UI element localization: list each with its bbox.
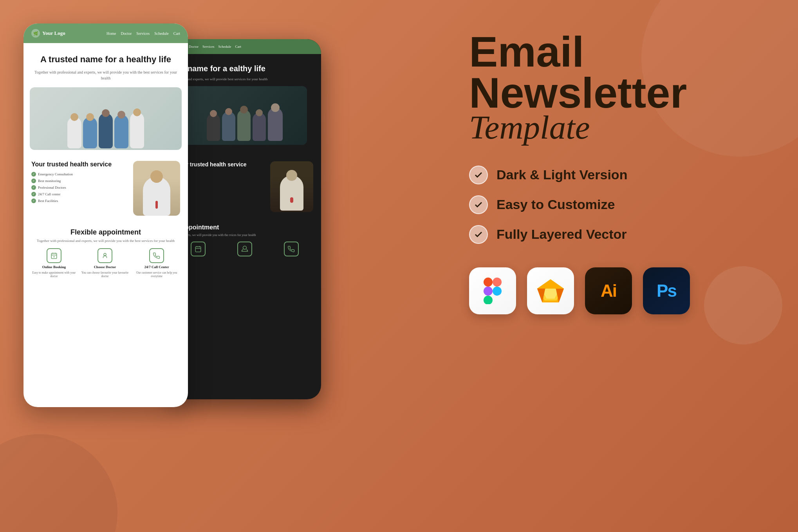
doctor-3-head <box>102 109 110 117</box>
light-trusted-title: Your trusted health service <box>31 161 128 168</box>
features-list: Dark & Light Version Easy to Customize F… <box>469 166 767 244</box>
doctor-choose-icon <box>97 248 112 263</box>
tool-figma <box>469 267 516 314</box>
check-dark-light <box>469 166 488 184</box>
feature-layered: Fully Layered Vector <box>469 225 767 244</box>
dark-nav-cart: Cart <box>235 45 242 49</box>
doctor-1-head <box>70 113 78 121</box>
light-service-booking: Online Booking Easy to make appointment … <box>31 248 77 279</box>
ps-label: Ps <box>657 281 676 301</box>
light-trusted-section: Your trusted health service ✓ Emergency … <box>23 155 188 222</box>
feature-monitoring: ✓ Best monitoring <box>31 179 128 183</box>
doctor-2 <box>83 117 97 148</box>
light-service-doctor: Choose Doctor You can choose favourite y… <box>81 248 130 279</box>
light-nav: 🌿 Your Logo Home Doctor Services Schedul… <box>23 23 188 43</box>
doctor-body <box>143 177 170 216</box>
check-facilities: ✓ <box>31 198 36 203</box>
phone-dark: Home Doctor Services Schedule Cart ed na… <box>168 39 321 399</box>
dark-doctor-portrait <box>270 161 313 212</box>
dark-appointment-section: e appointment and experts, we will provi… <box>168 218 321 262</box>
light-hero-image <box>30 87 182 150</box>
ai-label: Ai <box>601 281 616 301</box>
feature-layered-label: Fully Layered Vector <box>496 227 627 242</box>
call-desc: Our customer service can help you everyt… <box>133 271 180 279</box>
dark-nav-services: Services <box>202 45 215 49</box>
dark-trusted-text: Your trusted health service <box>176 161 265 171</box>
tool-sketch <box>527 267 574 314</box>
doctor-portrait-light <box>133 161 180 216</box>
doctor-1 <box>67 117 81 148</box>
tool-photoshop: Ps <box>643 267 690 314</box>
tool-illustrator: Ai <box>585 267 632 314</box>
logo-text: Your Logo <box>42 30 65 36</box>
light-nav-links: Home Doctor Services Schedule Cart <box>107 31 180 36</box>
dark-nav-schedule: Schedule <box>218 45 231 49</box>
light-hero-subtitle: Together with professional and experts, … <box>33 69 179 81</box>
svg-point-10 <box>104 253 106 256</box>
light-nav-cart: Cart <box>173 31 180 36</box>
feature-callcenter-text: 24/7 Call center <box>38 192 60 196</box>
dark-hero-image <box>182 86 307 145</box>
light-service-call: 24/7 Call Center Our customer service ca… <box>133 248 180 279</box>
feature-dark-light: Dark & Light Version <box>469 166 767 184</box>
booking-icon <box>47 248 61 263</box>
feature-callcenter: ✓ 24/7 Call center <box>31 192 128 197</box>
svg-rect-0 <box>195 247 201 252</box>
check-customize <box>469 195 488 214</box>
svg-rect-15 <box>484 296 493 304</box>
feature-emergency-text: Emergency Consultation <box>38 172 73 176</box>
dark-doctor-icon <box>237 242 252 256</box>
dark-trusted-section: Your trusted health service <box>168 155 321 218</box>
dark-service-call <box>284 242 299 256</box>
dark-doctors-bg <box>182 86 307 145</box>
dark-appointment-title: e appointment <box>176 224 313 231</box>
booking-desc: Easy to make appointment with your docto… <box>31 271 77 279</box>
dark-services-grid <box>176 242 313 256</box>
feature-facilities-text: Best Facilities <box>38 199 58 203</box>
right-section: Email Newsletter Template Dark & Light V… <box>469 31 767 314</box>
doctor-4-head <box>117 111 125 119</box>
doctor-2-head <box>86 113 94 121</box>
feature-emergency: ✓ Emergency Consultation <box>31 172 128 177</box>
svg-rect-12 <box>493 278 502 287</box>
doctor-figures <box>67 112 144 150</box>
phone-light: 🌿 Your Logo Home Doctor Services Schedul… <box>23 23 188 407</box>
check-doctors: ✓ <box>31 185 36 190</box>
feature-doctors-text: Profesional Doctors <box>38 186 66 189</box>
dark-hero-subtitle: ssional and experts, we will provide bes… <box>176 77 313 82</box>
call-icon <box>149 248 164 263</box>
dark-trusted-title: Your trusted health service <box>176 161 265 168</box>
light-nav-home: Home <box>107 31 116 36</box>
light-nav-schedule: Schedule <box>154 31 169 36</box>
main-heading: Email Newsletter <box>469 31 767 113</box>
doctor-4 <box>114 115 128 148</box>
light-doctor-image <box>133 161 180 216</box>
light-nav-services: Services <box>136 31 150 36</box>
feature-customize: Easy to Customize <box>469 195 767 214</box>
light-appointment-title: Flexible appointment <box>31 228 180 236</box>
svg-rect-11 <box>484 278 493 287</box>
feature-dark-light-label: Dark & Light Version <box>496 167 627 182</box>
doctor-5-head <box>133 108 141 116</box>
light-appointment-section: Flexible appointment Together with profe… <box>23 222 188 285</box>
light-services-grid: Online Booking Easy to make appointment … <box>31 248 180 279</box>
doctor-3 <box>99 113 113 148</box>
logo-icon: 🌿 <box>31 29 40 38</box>
phones-section: Home Doctor Services Schedule Cart ed na… <box>23 16 321 517</box>
svg-rect-4 <box>51 253 57 259</box>
light-trusted-text: Your trusted health service ✓ Emergency … <box>31 161 128 205</box>
svg-rect-14 <box>493 287 502 296</box>
deco-circle <box>704 266 782 344</box>
heading-line2: Newsletter <box>469 72 767 114</box>
feature-customize-label: Easy to Customize <box>496 197 615 212</box>
dark-call-icon <box>284 242 299 256</box>
light-nav-logo: 🌿 Your Logo <box>31 29 65 38</box>
dark-hero: ed name for a ealthy life ssional and ex… <box>168 54 321 155</box>
light-feature-list: ✓ Emergency Consultation ✓ Best monitori… <box>31 172 128 203</box>
doctor-desc: You can choose favourite your favourite … <box>81 271 130 279</box>
doctor-name: Choose Doctor <box>94 265 116 269</box>
light-appointment-subtitle: Together with professional and experts, … <box>31 239 180 243</box>
svg-rect-13 <box>484 287 493 296</box>
check-monitoring: ✓ <box>31 179 36 183</box>
feature-facilities: ✓ Best Facilities <box>31 198 128 203</box>
